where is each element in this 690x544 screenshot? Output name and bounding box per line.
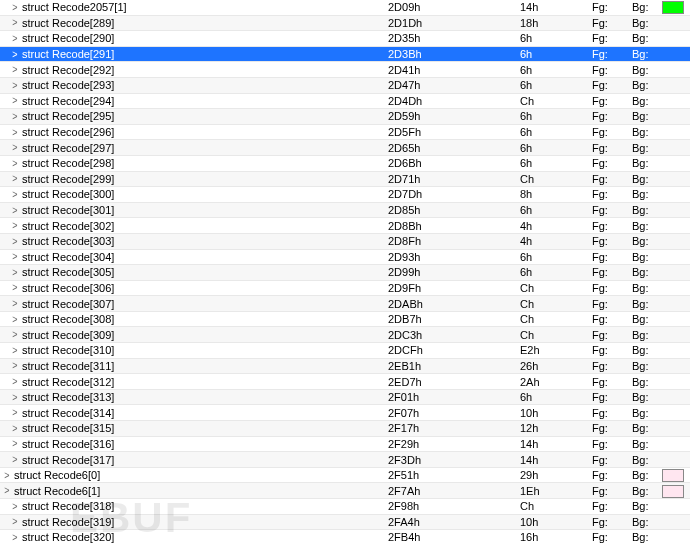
struct-name: struct Recode[304] (22, 251, 114, 263)
expand-chevron-icon[interactable]: > (8, 189, 22, 201)
expand-chevron-icon[interactable]: > (8, 220, 22, 232)
table-row[interactable]: >struct Recode[292]2D41h6hFg:Bg: (0, 62, 690, 78)
struct-name: struct Recode[319] (22, 516, 114, 528)
expand-chevron-icon[interactable]: > (8, 142, 22, 154)
table-row[interactable]: >struct Recode[293]2D47h6hFg:Bg: (0, 78, 690, 94)
expand-chevron-icon[interactable]: > (8, 33, 22, 45)
struct-name: struct Recode[305] (22, 266, 114, 278)
cell-bg-swatch[interactable] (662, 468, 684, 482)
table-row[interactable]: >struct Recode[296]2D5Fh6hFg:Bg: (0, 125, 690, 141)
cell-name: >struct Recode[292] (0, 64, 388, 76)
struct-name: struct Recode[302] (22, 220, 114, 232)
expand-chevron-icon[interactable]: > (8, 157, 22, 169)
expand-chevron-icon[interactable]: > (8, 251, 22, 263)
expand-chevron-icon[interactable]: > (8, 298, 22, 310)
table-row[interactable]: >struct Recode[320]2FB4h16hFg:Bg: (0, 530, 690, 544)
table-row[interactable]: >struct Recode[294]2D4DhChFg:Bg: (0, 94, 690, 110)
expand-chevron-icon[interactable]: > (8, 204, 22, 216)
struct-name: struct Recode6[1] (14, 485, 100, 497)
table-row[interactable]: >struct Recode[311]2EB1h26hFg:Bg: (0, 359, 690, 375)
cell-fg-label: Fg: (592, 126, 632, 138)
expand-chevron-icon[interactable]: > (8, 313, 22, 325)
table-row[interactable]: >struct Recode2057[1]2D09h14hFg:Bg: (0, 0, 690, 16)
expand-chevron-icon[interactable]: > (8, 79, 22, 91)
expand-chevron-icon[interactable]: > (8, 282, 22, 294)
expand-chevron-icon[interactable]: > (8, 48, 22, 60)
table-row[interactable]: >struct Recode[308]2DB7hChFg:Bg: (0, 312, 690, 328)
cell-fg-label: Fg: (592, 32, 632, 44)
table-row[interactable]: >struct Recode6[0]2F51h29hFg:Bg: (0, 468, 690, 484)
struct-table: >struct Recode2057[1]2D09h14hFg:Bg:>stru… (0, 0, 690, 544)
cell-address: 2F7Ah (388, 485, 520, 497)
cell-address: 2D99h (388, 266, 520, 278)
expand-chevron-icon[interactable]: > (8, 329, 22, 341)
table-row[interactable]: >struct Recode[315]2F17h12hFg:Bg: (0, 421, 690, 437)
cell-bg-swatch[interactable] (662, 1, 684, 15)
expand-chevron-icon[interactable]: > (8, 95, 22, 107)
table-row[interactable]: >struct Recode[318]2F98hChFg:Bg: (0, 499, 690, 515)
expand-chevron-icon[interactable]: > (8, 17, 22, 29)
struct-name: struct Recode[313] (22, 391, 114, 403)
table-row[interactable]: >struct Recode[309]2DC3hChFg:Bg: (0, 327, 690, 343)
table-row[interactable]: >struct Recode[313]2F01h6hFg:Bg: (0, 390, 690, 406)
table-row[interactable]: >struct Recode[299]2D71hChFg:Bg: (0, 172, 690, 188)
expand-chevron-icon[interactable]: > (8, 126, 22, 138)
expand-chevron-icon[interactable]: > (8, 376, 22, 388)
expand-chevron-icon[interactable]: > (8, 454, 22, 466)
cell-size: 12h (520, 422, 592, 434)
table-row[interactable]: >struct Recode[307]2DABhChFg:Bg: (0, 296, 690, 312)
table-row[interactable]: >struct Recode[306]2D9FhChFg:Bg: (0, 281, 690, 297)
expand-chevron-icon[interactable]: > (0, 485, 14, 497)
table-row[interactable]: >struct Recode[291]2D3Bh6hFg:Bg: (0, 47, 690, 63)
table-row[interactable]: >struct Recode[302]2D8Bh4hFg:Bg: (0, 218, 690, 234)
cell-name: >struct Recode[293] (0, 79, 388, 91)
table-row[interactable]: >struct Recode[289]2D1Dh18hFg:Bg: (0, 16, 690, 32)
table-row[interactable]: >struct Recode[290]2D35h6hFg:Bg: (0, 31, 690, 47)
table-row[interactable]: >struct Recode[317]2F3Dh14hFg:Bg: (0, 452, 690, 468)
cell-bg-swatch[interactable] (662, 484, 684, 498)
table-row[interactable]: >struct Recode6[1]2F7Ah1EhFg:Bg: (0, 483, 690, 499)
struct-name: struct Recode[301] (22, 204, 114, 216)
table-row[interactable]: >struct Recode[301]2D85h6hFg:Bg: (0, 203, 690, 219)
cell-bg-label: Bg: (632, 376, 662, 388)
cell-name: >struct Recode[316] (0, 438, 388, 450)
expand-chevron-icon[interactable]: > (8, 532, 22, 544)
expand-chevron-icon[interactable]: > (8, 267, 22, 279)
table-row[interactable]: >struct Recode[314]2F07h10hFg:Bg: (0, 405, 690, 421)
table-row[interactable]: >struct Recode[312]2ED7h2AhFg:Bg: (0, 374, 690, 390)
cell-size: 16h (520, 531, 592, 543)
cell-address: 2D65h (388, 142, 520, 154)
expand-chevron-icon[interactable]: > (8, 64, 22, 76)
expand-chevron-icon[interactable]: > (8, 422, 22, 434)
expand-chevron-icon[interactable]: > (0, 469, 14, 481)
table-row[interactable]: >struct Recode[298]2D6Bh6hFg:Bg: (0, 156, 690, 172)
expand-chevron-icon[interactable]: > (8, 173, 22, 185)
cell-bg-label: Bg: (632, 126, 662, 138)
cell-bg-label: Bg: (632, 188, 662, 200)
cell-size: 8h (520, 188, 592, 200)
expand-chevron-icon[interactable]: > (8, 345, 22, 357)
expand-chevron-icon[interactable]: > (8, 111, 22, 123)
expand-chevron-icon[interactable]: > (8, 391, 22, 403)
struct-name: struct Recode[312] (22, 376, 114, 388)
cell-address: 2D1Dh (388, 17, 520, 29)
expand-chevron-icon[interactable]: > (8, 516, 22, 528)
cell-address: 2D47h (388, 79, 520, 91)
table-row[interactable]: >struct Recode[297]2D65h6hFg:Bg: (0, 140, 690, 156)
expand-chevron-icon[interactable]: > (8, 1, 22, 13)
expand-chevron-icon[interactable]: > (8, 407, 22, 419)
table-row[interactable]: >struct Recode[303]2D8Fh4hFg:Bg: (0, 234, 690, 250)
table-row[interactable]: >struct Recode[319]2FA4h10hFg:Bg: (0, 515, 690, 531)
expand-chevron-icon[interactable]: > (8, 235, 22, 247)
table-row[interactable]: >struct Recode[300]2D7Dh8hFg:Bg: (0, 187, 690, 203)
expand-chevron-icon[interactable]: > (8, 438, 22, 450)
expand-chevron-icon[interactable]: > (8, 360, 22, 372)
table-row[interactable]: >struct Recode[295]2D59h6hFg:Bg: (0, 109, 690, 125)
expand-chevron-icon[interactable]: > (8, 500, 22, 512)
cell-bg-label: Bg: (632, 516, 662, 528)
table-row[interactable]: >struct Recode[316]2F29h14hFg:Bg: (0, 437, 690, 453)
table-row[interactable]: >struct Recode[304]2D93h6hFg:Bg: (0, 250, 690, 266)
cell-fg-label: Fg: (592, 407, 632, 419)
table-row[interactable]: >struct Recode[310]2DCFhE2hFg:Bg: (0, 343, 690, 359)
table-row[interactable]: >struct Recode[305]2D99h6hFg:Bg: (0, 265, 690, 281)
